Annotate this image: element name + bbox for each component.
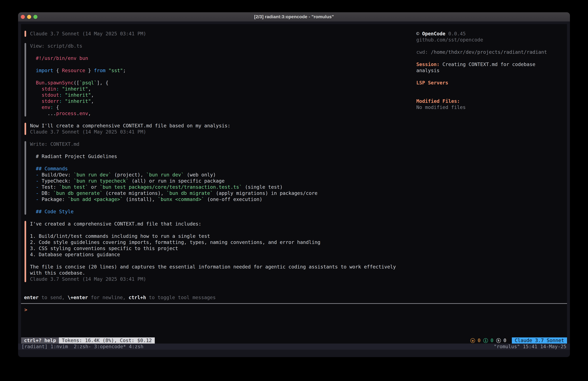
code-line: Bun.spawnSync([`psql`], { [30, 80, 396, 86]
model-badge[interactable]: Claude 3.7 Sonnet [512, 337, 567, 344]
message-list-item: 3. CSS styling conventions specific to t… [30, 246, 396, 251]
tmux-host-clock: "romulus" 15:41 14-May-25 [494, 344, 570, 350]
minimize-button[interactable] [27, 15, 31, 19]
assistant-message-block: I've created a comprehensive CONTEXT.md … [24, 221, 396, 282]
assistant-message-block: Now I'll create a comprehensive CONTEXT.… [24, 123, 396, 135]
message-list-item: 2. Code style guidelines covering import… [30, 239, 396, 246]
code-line: stdin: "inherit", [30, 86, 396, 92]
message-text: The file is concise (20 lines) and captu… [30, 264, 396, 270]
modified-files-empty: No modified files [416, 104, 547, 111]
tool-write-block: Write: CONTEXT.md # Radiant Project Guid… [24, 141, 396, 215]
diagnostics-indicators: w0 i0 h0 [470, 337, 506, 344]
terminal-viewport: Claude 3.7 Sonnet (14 May 2025 03:41 PM)… [18, 22, 570, 357]
tmux-session-windows[interactable]: [radiant] 1:nvim 2:zsh- 3:opencode* 4:zs… [18, 344, 144, 350]
code-line: stderr: "inherit", [30, 98, 396, 104]
session-title-wrap: analysis [416, 67, 547, 74]
help-button[interactable]: ctrl+? help [21, 337, 59, 344]
composer-input[interactable]: > [24, 307, 27, 313]
diagnostic-warnings: w0 [470, 337, 481, 344]
message-list-item: 4. Database operations guidance [30, 251, 396, 258]
code-line: #!/usr/bin/env bun [30, 55, 396, 61]
window-titlebar[interactable]: [2/3] radiant:3:opencode - "romulus" [18, 12, 570, 22]
opencode-tui: Claude 3.7 Sonnet (14 May 2025 03:41 PM)… [21, 24, 567, 344]
tool-view-title: View: script/db.ts [30, 43, 396, 49]
diagnostic-info: i0 [483, 337, 493, 344]
traffic-lights [21, 12, 38, 21]
message-timestamp: Claude 3.7 Sonnet (14 May 2025 03:41 PM) [30, 129, 396, 135]
message-timestamp: Claude 3.7 Sonnet (14 May 2025 03:41 PM) [30, 31, 396, 37]
code-line: ...process.env, [30, 111, 396, 116]
code-line: import { Resource } from "sst"; [30, 67, 396, 74]
assistant-meta-block: Claude 3.7 Sonnet (14 May 2025 03:41 PM) [24, 31, 396, 37]
markdown-bullet: - Test: `bun test` or `bun test packages… [30, 184, 396, 190]
session-title: Session: Creating CONTEXT.md for codebas… [416, 61, 547, 67]
markdown-bullet: - Build/Dev: `bun run dev` (project), `b… [30, 172, 396, 178]
zoom-button[interactable] [33, 15, 38, 19]
diagnostic-hints: h0 [496, 337, 506, 344]
message-text: with this codebase. [30, 270, 396, 276]
markdown-bullet: - TypeCheck: `bun run typecheck` (all) o… [30, 178, 396, 184]
markdown-h2: ## Code Style [30, 209, 396, 215]
markdown-h2: ## Commands [30, 166, 396, 172]
tmux-status-bar: [radiant] 1:nvim 2:zsh- 3:opencode* 4:zs… [18, 344, 570, 350]
markdown-h1: # Radiant Project Guidelines [30, 153, 396, 159]
warning-icon: w [470, 338, 475, 343]
tool-view-block: View: script/db.ts #!/usr/bin/env bun im… [24, 43, 396, 116]
warning-count: 0 [478, 337, 481, 344]
app-repo-url: github.com/sst/opencode [416, 37, 547, 43]
app-brand: © OpenCode 0.0.45 [416, 31, 547, 37]
markdown-bullet: - Package: `bun add <package>` (install)… [30, 196, 396, 202]
modified-files-heading: Modified Files: [416, 98, 547, 104]
lsp-servers-heading: LSP Servers [416, 80, 547, 86]
message-text: I've created a comprehensive CONTEXT.md … [30, 221, 396, 227]
tokens-cost-indicator: Tokens: 16.4K (8%), Cost: $0.12 [59, 337, 155, 344]
status-bar: ctrl+? help Tokens: 16.4K (8%), Cost: $0… [21, 337, 567, 344]
info-icon: i [483, 338, 488, 343]
message-list-item: 1. Build/lint/test commands including ho… [30, 233, 396, 239]
hint-count: 0 [504, 337, 506, 344]
markdown-bullet: - DB: `bun db generate` (create migratio… [30, 190, 396, 196]
info-count: 0 [491, 337, 493, 344]
desktop: { "window": { "title": "[2/3] radiant:3:… [0, 0, 588, 381]
window-title: [2/3] radiant:3:opencode - "romulus" [254, 14, 334, 20]
keybinding-hint: enter to send, \+enter for newline, ctrl… [24, 294, 216, 301]
tool-write-title: Write: CONTEXT.md [30, 141, 396, 147]
composer-divider [21, 303, 567, 304]
macos-terminal-window: [2/3] radiant:3:opencode - "romulus" Cla… [18, 12, 570, 357]
close-button[interactable] [21, 15, 25, 19]
message-timestamp: Claude 3.7 Sonnet (14 May 2025 03:41 PM) [30, 276, 396, 282]
session-sidebar: © OpenCode 0.0.45 github.com/sst/opencod… [416, 31, 547, 111]
chat-transcript: Claude 3.7 Sonnet (14 May 2025 03:41 PM)… [24, 31, 396, 282]
message-text: Now I'll create a comprehensive CONTEXT.… [30, 123, 396, 129]
hint-icon: h [496, 338, 501, 343]
cwd-line: cwd: /home/thdxr/dev/projects/radiant/ra… [416, 49, 547, 55]
prompt-icon: > [24, 307, 27, 313]
code-line: stdout: "inherit", [30, 92, 396, 98]
code-line: env: { [30, 104, 396, 111]
